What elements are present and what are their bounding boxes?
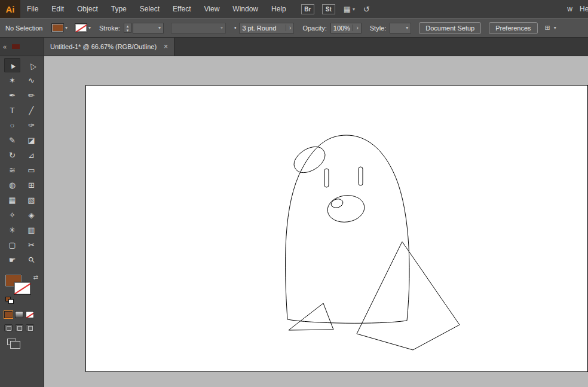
arrange-documents-icon[interactable]: ▦ [344, 5, 351, 14]
direct-selection-tool[interactable]: △ [23, 58, 39, 72]
draw-inside-button[interactable] [26, 324, 34, 331]
chevron-down-icon: ▾ [156, 25, 161, 31]
brush-definition-value: 3 pt. Round [242, 25, 276, 32]
stepper-up-icon[interactable]: ▴ [127, 24, 129, 28]
fill-dropdown-icon[interactable]: ▾ [65, 25, 68, 31]
document-tab-bar: Untitled-1* @ 66.67% (RGB/Outline) × [44, 38, 588, 56]
selection-tool[interactable]: ▲ [4, 58, 20, 72]
symbol-sprayer-tool[interactable]: ✳ [4, 223, 20, 237]
stroke-swatch[interactable] [75, 23, 87, 32]
lasso-tool[interactable]: ∿ [23, 73, 39, 87]
rotate-tool[interactable]: ↻ [4, 148, 20, 162]
preferences-button[interactable]: Preferences [489, 22, 537, 34]
stepper-down-icon[interactable]: ▾ [127, 28, 129, 32]
rotate-view-icon[interactable]: ↺ [363, 5, 370, 14]
bridge-button[interactable]: Br [301, 4, 314, 14]
shape-builder-tool[interactable]: ◍ [4, 178, 20, 192]
menu-select[interactable]: Select [133, 0, 166, 18]
chevron-down-icon: ▾ [403, 25, 408, 31]
penguin-right-wing-path[interactable] [357, 242, 460, 350]
hand-tool[interactable]: ☛ [4, 252, 20, 267]
mesh-tool[interactable]: ▦ [4, 193, 20, 207]
menu-view[interactable]: View [198, 0, 226, 18]
app-logo-icon[interactable]: Ai [0, 0, 20, 18]
stroke-weight-stepper[interactable]: ▴ ▾ [124, 23, 131, 33]
pen-tool[interactable]: ✒ [4, 88, 20, 102]
penguin-body-path[interactable] [285, 135, 409, 323]
menu-window[interactable]: Window [226, 0, 265, 18]
menu-effect[interactable]: Effect [166, 0, 197, 18]
screen-mode-button[interactable] [7, 339, 23, 351]
menu-edit[interactable]: Edit [45, 0, 71, 18]
opacity-value: 100% [333, 25, 350, 32]
artboard-tool[interactable]: ▢ [4, 237, 20, 252]
gradient-button[interactable] [15, 311, 23, 318]
zoom-tool[interactable]: ⚲ [23, 252, 39, 267]
menu-help[interactable]: Help [265, 0, 293, 18]
document-tab[interactable]: Untitled-1* @ 66.67% (RGB/Outline) × [44, 38, 174, 56]
brush-definition-select[interactable]: 3 pt. Round › [239, 23, 294, 33]
menu-type[interactable]: Type [105, 0, 133, 18]
chevron-right-icon: › [286, 25, 291, 31]
none-slash-icon [75, 23, 87, 32]
fill-swatch[interactable] [51, 23, 64, 32]
opacity-label: Opacity: [302, 25, 326, 32]
type-tool[interactable]: T [4, 103, 20, 117]
menu-object[interactable]: Object [71, 0, 105, 18]
collapse-tools-icon[interactable]: « [3, 43, 7, 50]
eraser-tool[interactable]: ◪ [23, 133, 39, 147]
brush-bullet-icon: • [234, 25, 237, 31]
scale-tool[interactable]: ⊿ [23, 148, 39, 162]
eyedropper-tool[interactable]: ✧ [4, 208, 20, 222]
free-transform-tool[interactable]: ▭ [23, 163, 39, 177]
selection-status: No Selection [0, 25, 51, 32]
menubar-text-help-truncated[interactable]: Hel [580, 5, 588, 13]
style-select[interactable]: ▾ [390, 23, 411, 33]
chevron-down-icon[interactable]: ▾ [554, 25, 556, 31]
tools-grid: ▲ △ ✶ ∿ ✒ ✏ T ╱ ○ ✑ ✎ ◪ ↻ ⊿ ≋ ▭ ◍ ⊞ ▦ ▧ [0, 58, 44, 267]
ellipse-tool[interactable]: ○ [4, 118, 20, 132]
close-tab-icon[interactable]: × [164, 42, 168, 51]
none-button[interactable] [26, 311, 34, 318]
chevron-down-icon[interactable]: ▾ [353, 7, 355, 12]
penguin-left-eye-path[interactable] [324, 169, 329, 187]
stock-button[interactable]: St [322, 4, 335, 14]
canvas-pasteboard[interactable] [44, 56, 588, 387]
blend-tool[interactable]: ◈ [23, 208, 39, 222]
opacity-select[interactable]: 100% › [330, 23, 362, 33]
style-label: Style: [370, 25, 387, 32]
artboard[interactable] [85, 85, 588, 372]
slice-tool[interactable]: ✂ [23, 237, 39, 252]
draw-normal-button[interactable] [4, 324, 13, 331]
penguin-head-ellipse-path[interactable] [294, 147, 325, 172]
stroke-dropdown-icon[interactable]: ▾ [88, 25, 91, 31]
default-fill-stroke-icon[interactable] [5, 297, 14, 304]
penguin-left-foot-path[interactable] [289, 303, 333, 330]
variable-width-profile-select[interactable]: ▾ [171, 23, 226, 33]
stroke-color-swatch[interactable] [14, 282, 31, 295]
none-slash-icon [26, 312, 34, 318]
menubar-right-area: w Hel [567, 5, 588, 13]
fill-stroke-indicator: ⇄ [5, 274, 39, 305]
width-tool[interactable]: ≋ [4, 163, 20, 177]
stroke-weight-select[interactable]: ▾ [133, 23, 164, 33]
line-segment-tool[interactable]: ╱ [23, 103, 39, 117]
menu-bar: Ai File Edit Object Type Select Effect V… [0, 0, 588, 18]
illustrator-window: Ai File Edit Object Type Select Effect V… [0, 0, 588, 387]
menu-file[interactable]: File [20, 0, 45, 18]
document-setup-button[interactable]: Document Setup [419, 22, 481, 34]
draw-behind-button[interactable] [15, 324, 23, 331]
align-icon[interactable]: ⊞ [545, 24, 550, 32]
penguin-right-eye-path[interactable] [359, 167, 363, 185]
curvature-tool[interactable]: ✏ [23, 88, 39, 102]
column-graph-tool[interactable]: ▥ [23, 223, 39, 237]
gradient-tool[interactable]: ▧ [23, 193, 39, 207]
perspective-grid-tool[interactable]: ⊞ [23, 178, 39, 192]
paintbrush-tool[interactable]: ✑ [23, 118, 39, 132]
color-button[interactable] [4, 311, 13, 318]
magic-wand-tool[interactable]: ✶ [4, 73, 20, 87]
pencil-tool[interactable]: ✎ [4, 133, 20, 147]
none-slash-icon [14, 282, 31, 295]
swap-fill-stroke-icon[interactable]: ⇄ [33, 274, 38, 281]
penguin-beak-path[interactable] [327, 196, 365, 223]
